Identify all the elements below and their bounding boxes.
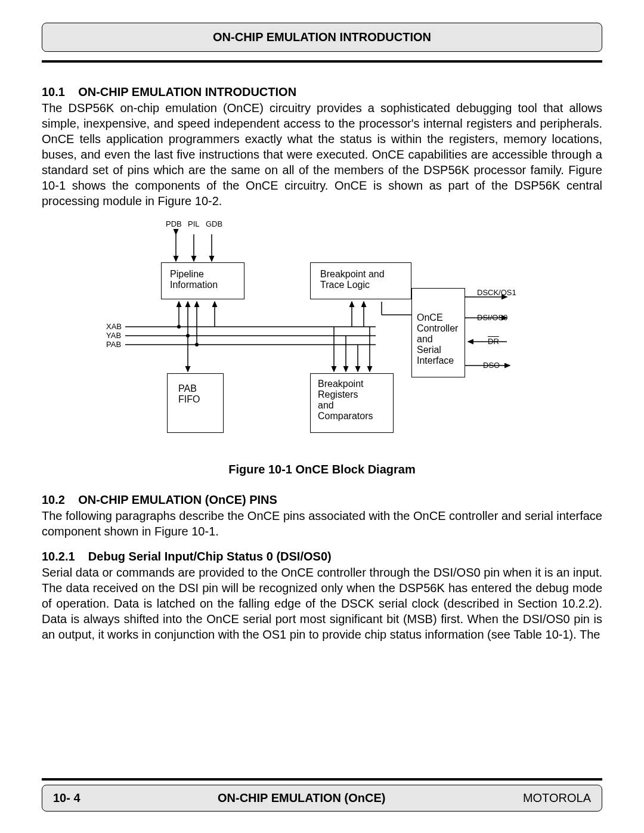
section-10-2-para: The following paragraphs describe the On… bbox=[42, 508, 602, 539]
section-10-2-1-heading: 10.2.1 Debug Serial Input/Chip Status 0 … bbox=[42, 550, 602, 563]
figure-10-1: PDB PIL GDB XAB YAB PAB Pipeline Informa… bbox=[95, 219, 549, 452]
section-10-2-1-para: Serial data or commands are provided to … bbox=[42, 565, 602, 642]
box-once-l2: Controller bbox=[417, 323, 460, 334]
box-once-l1: OnCE bbox=[417, 312, 460, 323]
box-breakpoint-trace: Breakpoint and Trace Logic bbox=[310, 262, 411, 299]
header-rule bbox=[42, 60, 602, 63]
section-10-1-heading: 10.1 ON-CHIP EMULATION INTRODUCTION bbox=[42, 85, 602, 99]
section-10-2-heading: 10.2 ON-CHIP EMULATION (OnCE) PINS bbox=[42, 493, 602, 507]
box-bpt-logic-l1: Breakpoint and bbox=[320, 269, 401, 280]
box-pabfifo-l2: FIFO bbox=[178, 394, 212, 405]
section-title-10-2-1: Debug Serial Input/Chip Status 0 (DSI/OS… bbox=[88, 550, 332, 563]
footer-brand: MOTOROLA bbox=[523, 791, 591, 805]
footer-page-number: 10- 4 bbox=[53, 791, 80, 805]
box-pipeline-l1: Pipeline bbox=[170, 269, 236, 280]
box-once-l5: Interface bbox=[417, 355, 460, 366]
footer-rule bbox=[42, 778, 602, 781]
label-dsi-os0: DSI/OS0 bbox=[477, 313, 507, 323]
section-num: 10.1 bbox=[42, 85, 65, 98]
footer-title: ON-CHIP EMULATION (OnCE) bbox=[218, 791, 385, 805]
label-pab: PAB bbox=[106, 340, 121, 349]
section-10-1-para: The DSP56K on-chip emulation (OnCE) circ… bbox=[42, 100, 602, 209]
label-pdb: PDB bbox=[166, 219, 182, 229]
box-pab-fifo: PAB FIFO bbox=[167, 373, 224, 433]
label-dso: DSO bbox=[483, 361, 500, 370]
figure-10-1-wrap: PDB PIL GDB XAB YAB PAB Pipeline Informa… bbox=[42, 219, 602, 452]
label-dsck-os1: DSCK/OS1 bbox=[477, 288, 516, 298]
box-once-l3: and bbox=[417, 334, 460, 345]
box-bptreg-l2: Registers bbox=[318, 389, 386, 400]
figure-caption: Figure 10-1 OnCE Block Diagram bbox=[42, 463, 602, 476]
section-title-10-2: ON-CHIP EMULATION (OnCE) PINS bbox=[78, 493, 277, 506]
section-title: ON-CHIP EMULATION INTRODUCTION bbox=[78, 85, 296, 98]
section-num-10-2: 10.2 bbox=[42, 493, 65, 506]
box-bptreg-l3: and bbox=[318, 400, 386, 411]
page-header-title: ON-CHIP EMULATION INTRODUCTION bbox=[213, 30, 431, 44]
box-bpt-logic-l2: Trace Logic bbox=[320, 280, 401, 290]
box-pipeline-l2: Information bbox=[170, 280, 236, 290]
label-xab: XAB bbox=[106, 322, 122, 332]
box-once-l4: Serial bbox=[417, 345, 460, 355]
label-yab: YAB bbox=[106, 331, 121, 340]
page-footer-box: 10- 4 ON-CHIP EMULATION (OnCE) MOTOROLA bbox=[42, 785, 602, 812]
box-once-controller: OnCE Controller and Serial Interface bbox=[411, 288, 465, 377]
box-breakpoint-regs: Breakpoint Registers and Comparators bbox=[310, 373, 394, 433]
section-num-10-2-1: 10.2.1 bbox=[42, 550, 75, 563]
label-pil: PIL bbox=[188, 219, 200, 229]
box-bptreg-l1: Breakpoint bbox=[318, 379, 386, 389]
box-pipeline: Pipeline Information bbox=[161, 262, 244, 299]
box-pabfifo-l1: PAB bbox=[178, 383, 212, 394]
label-dr: DR bbox=[488, 337, 499, 346]
box-bptreg-l4: Comparators bbox=[318, 411, 386, 422]
label-gdb: GDB bbox=[206, 219, 222, 229]
page-header-box: ON-CHIP EMULATION INTRODUCTION bbox=[42, 23, 602, 52]
